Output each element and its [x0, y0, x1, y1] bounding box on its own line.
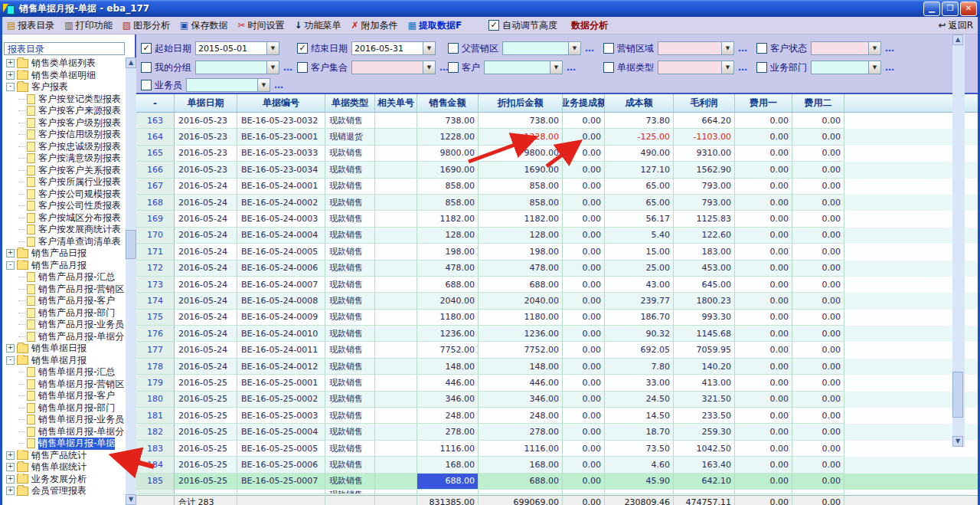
table-row[interactable]: 1702016-05-24BE-16-05-24-0004现款销售128.001… — [136, 228, 978, 244]
table-row[interactable]: 1662016-05-23BE-16-05-23-0034现款销售1690.00… — [136, 162, 978, 178]
chevron-down-icon[interactable]: ▼ — [868, 42, 880, 54]
chart-button[interactable]: ▨图形分析 — [122, 19, 170, 32]
filter-checkbox[interactable] — [756, 43, 767, 54]
tree-item[interactable]: 销售单据月报-部门 — [2, 402, 125, 415]
table-row[interactable]: 1812016-05-25BE-16-05-25-0003现款销售248.002… — [136, 408, 978, 424]
tree-item[interactable]: 客户按客户关系报表 — [2, 165, 125, 177]
tree-item[interactable]: 销售单据月报-单据 — [2, 438, 125, 450]
expand-icon[interactable]: + — [6, 475, 15, 484]
tree-item[interactable]: 客户按满意级别报表 — [2, 152, 125, 165]
filter-dropdown[interactable]: ▼ — [186, 78, 270, 92]
more-button[interactable]: … — [738, 62, 748, 73]
grid-scrollbar[interactable]: ▲ ▼ — [952, 34, 965, 447]
tree-item[interactable]: 销售单据月报-营销区 — [2, 379, 125, 391]
tree-item[interactable]: 销售产品月报-客户 — [2, 295, 125, 307]
filter-checkbox[interactable] — [141, 80, 152, 90]
tree-item[interactable]: 客户按公司规模报表 — [2, 189, 125, 201]
more-button[interactable]: … — [567, 62, 577, 73]
filter-checkbox[interactable] — [603, 43, 614, 54]
expand-icon[interactable]: + — [6, 59, 15, 67]
more-button[interactable]: … — [585, 43, 595, 54]
catalog-button[interactable]: ▤报表目录 — [7, 19, 54, 32]
more-button[interactable]: … — [283, 62, 293, 73]
tree-item[interactable]: 销售单据月报-单据分类 — [2, 426, 125, 438]
filter-dropdown[interactable]: ▼ — [484, 61, 563, 74]
collapse-icon[interactable]: - — [6, 356, 15, 365]
tree-item[interactable]: -客户报表 — [2, 81, 125, 93]
tree-item[interactable]: 客户按城区分布报表 — [2, 212, 125, 225]
column-header-5[interactable]: 销售金额 — [417, 94, 479, 112]
column-header-rownum[interactable]: - — [136, 94, 175, 112]
scrollbar-thumb[interactable] — [952, 372, 963, 418]
column-header-4[interactable]: 相关单号 — [375, 94, 417, 112]
expand-icon[interactable]: + — [6, 463, 15, 471]
tree-item[interactable]: 销售产品月报-汇总 — [2, 271, 125, 284]
filter-dropdown[interactable]: 2015-05-01▼ — [195, 41, 279, 55]
filter-checkbox[interactable] — [448, 43, 459, 54]
time-button[interactable]: ✂时间设置 — [237, 19, 284, 32]
table-row[interactable]: 1692016-05-24BE-16-05-24-0003现款销售1182.00… — [136, 211, 978, 227]
table-row[interactable]: 1642016-05-23BE-16-05-23-0001现销退货1228.00… — [136, 129, 978, 145]
scroll-up-icon[interactable]: ▲ — [126, 57, 136, 68]
chevron-down-icon[interactable]: ▼ — [423, 42, 435, 54]
tree-item[interactable]: 销售产品月报-部门 — [2, 307, 125, 320]
chevron-down-icon[interactable]: ▼ — [423, 61, 435, 74]
tree-item[interactable]: +销售单据日报 — [2, 343, 125, 355]
chevron-down-icon[interactable]: ▼ — [721, 42, 733, 54]
minimize-button[interactable]: ▁ — [923, 2, 940, 16]
tree-item[interactable]: 销售单据月报-业务员 — [2, 414, 125, 426]
condition-button[interactable]: ✗附加条件 — [351, 19, 398, 32]
filter-dropdown[interactable]: ▼ — [351, 61, 436, 74]
menu-button[interactable]: ↓功能菜单 — [294, 19, 341, 32]
tree-item[interactable]: +销售类单据明细 — [2, 70, 125, 82]
filter-dropdown[interactable]: ▼ — [811, 41, 881, 55]
expand-icon[interactable]: + — [6, 71, 15, 80]
table-row[interactable]: 1722016-05-24BE-16-05-24-0006现款销售478.004… — [136, 261, 978, 277]
tree-item[interactable]: 销售单据月报-汇总 — [2, 366, 125, 379]
tree-item[interactable]: +销售单据统计 — [2, 461, 125, 474]
table-row[interactable]: 1652016-05-23BE-16-05-23-0033现款销售9800.00… — [136, 146, 978, 162]
cell[interactable]: 688.00 — [417, 474, 479, 490]
extract-data-button[interactable]: ▦提取数据F — [408, 19, 462, 32]
filter-dropdown[interactable]: ▼ — [658, 41, 734, 55]
chevron-down-icon[interactable]: ▼ — [257, 79, 270, 91]
filter-checkbox[interactable] — [756, 62, 767, 73]
tree-item[interactable]: 销售单据月报-客户 — [2, 390, 125, 402]
table-row[interactable]: 1742016-05-24BE-16-05-24-0008现款销售2040.00… — [136, 293, 978, 309]
expand-icon[interactable]: + — [6, 451, 15, 460]
filter-dropdown[interactable]: 2016-05-31▼ — [351, 41, 436, 55]
more-button[interactable]: … — [885, 62, 895, 73]
scrollbar-thumb[interactable] — [126, 230, 136, 259]
scroll-up-icon[interactable]: ▲ — [952, 34, 963, 45]
table-row[interactable]: 1782016-05-24BE-16-05-24-0012现款销售148.001… — [136, 359, 978, 375]
filter-checkbox[interactable] — [603, 62, 614, 73]
filter-checkbox[interactable]: ✓ — [141, 43, 152, 54]
table-row[interactable]: 1732016-05-24BE-16-05-24-0007现款销售688.006… — [136, 277, 978, 293]
table-row[interactable]: 1762016-05-24BE-16-05-24-0010现款销售1236.00… — [136, 326, 978, 342]
tree-item[interactable]: +销售产品日报 — [2, 248, 125, 260]
table-row[interactable]: 1822016-05-25BE-16-05-25-0004现款销售278.002… — [136, 424, 978, 440]
tree-item[interactable]: 销售产品月报-单据分类 — [2, 331, 125, 343]
column-header-9[interactable]: 毛利润 — [674, 94, 735, 112]
chevron-down-icon[interactable]: ▼ — [266, 42, 279, 54]
column-header-2[interactable]: 单据编号 — [237, 94, 325, 112]
autofit-height-toggle[interactable]: ✓ 自动调节高度 — [488, 19, 557, 32]
save-button[interactable]: ▣保存数据 — [180, 19, 227, 32]
table-row[interactable]: 1682016-05-24BE-16-05-24-0002现款销售858.008… — [136, 195, 978, 211]
tree-item[interactable]: -销售单据月报 — [2, 355, 125, 367]
tree-item[interactable]: 客户按所属行业报表 — [2, 176, 125, 189]
tree-item[interactable]: -销售产品月报 — [2, 260, 125, 272]
tree-item[interactable]: 客户按信用级别报表 — [2, 129, 125, 141]
column-header-7[interactable]: 业务提成额 — [563, 94, 605, 112]
table-row[interactable]: 1672016-05-24BE-16-05-24-0001现款销售858.008… — [136, 179, 978, 195]
column-header-3[interactable]: 单据类型 — [325, 94, 375, 112]
table-row[interactable]: 1752016-05-24BE-16-05-24-0009现款销售1180.00… — [136, 310, 978, 326]
filter-checkbox[interactable] — [141, 62, 152, 73]
table-row[interactable]: 1852016-05-25BE-16-05-25-0007现款销售688.006… — [136, 474, 978, 490]
filter-dropdown[interactable]: ▼ — [811, 61, 881, 74]
more-button[interactable]: … — [274, 80, 284, 90]
column-header-8[interactable]: 成本额 — [605, 94, 674, 112]
expand-icon[interactable]: + — [6, 487, 15, 495]
chevron-down-icon[interactable]: ▼ — [868, 61, 880, 74]
tree-item[interactable]: +业务发展分析 — [2, 474, 125, 486]
